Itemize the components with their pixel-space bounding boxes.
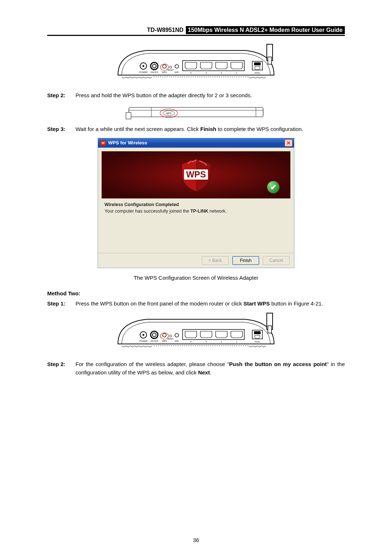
close-button[interactable]: ✕: [285, 139, 293, 147]
cancel-button: Cancel: [263, 256, 290, 265]
dialog-footer: < Back Finish Cancel: [98, 253, 294, 268]
step-label: Step 1:: [47, 299, 75, 308]
step-1b: Step 1: Press the WPS button on the fron…: [47, 299, 345, 308]
step-label: Step 2:: [47, 91, 75, 99]
dialog-body: Wireless Configuration Completed Your co…: [98, 201, 294, 253]
svg-rect-21: [254, 62, 261, 65]
finish-button[interactable]: Finish: [232, 256, 259, 265]
wps-app-icon: W: [100, 140, 106, 146]
svg-rect-26: [126, 112, 131, 119]
step-text: For the configuration of the wireless ad…: [75, 360, 345, 377]
router-back-panel-illustration: POWER ON/OFF WPS RESET WiFi 4 3 2 1 ADSL: [111, 311, 281, 355]
svg-text:ADSL: ADSL: [254, 72, 260, 74]
dialog-message: Your computer has successfully joined th…: [105, 209, 287, 214]
svg-point-37: [143, 334, 144, 336]
svg-text:RESET: RESET: [168, 338, 174, 340]
step-3a: Step 3: Wait for a while until the next …: [47, 125, 345, 133]
step-text: Press the WPS button on the front panel …: [75, 299, 345, 308]
svg-rect-35: [268, 326, 271, 333]
model-number: TD-W8951ND: [147, 26, 185, 34]
wps-dialog: W WPS for Wireless ✕ WPS ✔ Wireless Conf…: [98, 138, 294, 268]
router-back-panel-illustration: POWER ON/OFF WPS RESET WiFi 4 3 2 1 ADSL: [111, 42, 281, 86]
step-text: Press and hold the WPS button of the ada…: [75, 91, 345, 99]
svg-text:POWER: POWER: [139, 71, 148, 73]
step-text: Wait for a while until the next screen a…: [75, 125, 345, 133]
svg-text:RESET: RESET: [168, 69, 174, 71]
wps-shield-icon: WPS: [176, 157, 216, 193]
svg-text:POWER: POWER: [139, 340, 148, 342]
success-check-icon: ✔: [267, 181, 279, 193]
svg-rect-1: [268, 57, 271, 64]
guide-title: 150Mbps Wireless N ADSL2+ Modem Router U…: [186, 26, 345, 34]
adapter-illustration: WPS: [125, 103, 267, 121]
back-button: < Back: [202, 256, 229, 265]
svg-text:WPS: WPS: [162, 71, 167, 73]
svg-rect-24: [129, 107, 263, 117]
svg-text:ADSL: ADSL: [254, 341, 260, 343]
svg-text:WPS: WPS: [186, 169, 206, 179]
svg-text:ON/OFF: ON/OFF: [150, 340, 159, 342]
svg-text:WiFi: WiFi: [175, 71, 179, 73]
svg-text:ON/OFF: ON/OFF: [150, 71, 159, 73]
page-header: TD-W8951ND 150Mbps Wireless N ADSL2+ Mod…: [47, 26, 345, 36]
svg-point-3: [143, 65, 144, 67]
svg-text:WPS: WPS: [166, 112, 172, 115]
step-2b: Step 2: For the configuration of the wir…: [47, 360, 345, 377]
svg-text:WiFi: WiFi: [175, 340, 179, 342]
dialog-banner: WPS ✔: [102, 151, 290, 198]
svg-text:WPS: WPS: [162, 340, 167, 342]
step-2a: Step 2: Press and hold the WPS button of…: [47, 91, 345, 99]
step-label: Step 2:: [47, 360, 75, 377]
dialog-title-text: WPS for Wireless: [108, 140, 147, 145]
step-label: Step 3:: [47, 125, 75, 133]
figure-caption: The WPS Configuration Screen of Wireless…: [47, 275, 345, 281]
page-number: 36: [0, 537, 392, 543]
svg-rect-55: [254, 331, 261, 334]
dialog-headline: Wireless Configuration Completed: [105, 202, 287, 207]
dialog-titlebar: W WPS for Wireless ✕: [98, 138, 294, 148]
method-two-heading: Method Two:: [47, 290, 345, 296]
